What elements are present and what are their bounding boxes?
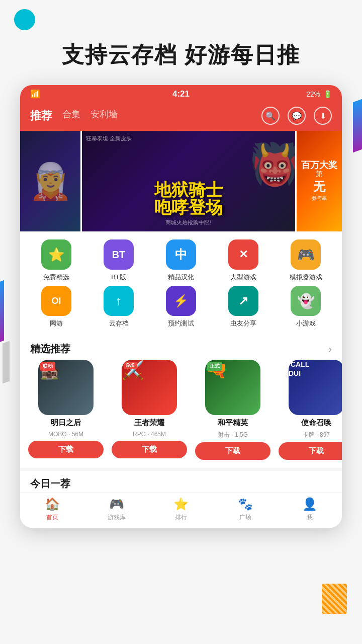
game-name-1: 明日之后	[51, 418, 81, 428]
banner-center-top-text: 狂暴泰坦 全新皮肤	[86, 135, 132, 142]
game-badge-3: 正式	[207, 362, 222, 371]
category-emulator-icon: 🎮	[291, 239, 321, 270]
phone-mockup: 📶 4:21 22% 🔋 推荐 合集 安利墙 🔍 💬 ⬇ �	[20, 85, 342, 528]
category-cloud-label: 云存档	[109, 319, 129, 328]
game-list: 🏚️ 联动 明日之后 MOBO · 56M 下载 ⚔️ 5v5 王者荣耀 RPG…	[20, 360, 342, 468]
home-icon: 🏠	[45, 497, 60, 511]
blue-stripe-left-decor	[0, 280, 4, 344]
bottom-nav-plaza[interactable]: 🐾 广场	[225, 497, 265, 522]
banner-left-image: 🧝	[29, 164, 72, 199]
category-section: ⭐ 免费精选 BT BT版 中 精品汉化 ✕ 大型游戏 🎮 模拟器游戏	[20, 231, 342, 336]
category-free-label: 免费精选	[43, 273, 69, 282]
wifi-icon: 📶	[30, 89, 40, 99]
game-badge-2: 5v5	[124, 362, 137, 369]
category-cloud-icon: ↑	[104, 286, 134, 316]
rank-icon: ⭐	[173, 497, 189, 511]
game-item-4: CALLDUI 使命召唤 卡牌 · 897 下载	[279, 360, 342, 460]
battery-icon: 🔋	[323, 90, 332, 98]
game-meta-3: 射击 · 1.5G	[218, 431, 248, 439]
game-name-3: 和平精英	[218, 418, 248, 428]
category-chinese-icon: 中	[166, 239, 196, 270]
status-time: 4:21	[172, 89, 190, 99]
game-badge-1: 联动	[40, 362, 55, 371]
download-icon: ⬇	[320, 111, 326, 121]
search-icon: 🔍	[265, 111, 276, 121]
main-content: ⭐ 免费精选 BT BT版 中 精品汉化 ✕ 大型游戏 🎮 模拟器游戏	[20, 231, 342, 493]
bottom-nav-rank[interactable]: ⭐ 排行	[161, 497, 201, 522]
category-large[interactable]: ✕ 大型游戏	[218, 239, 268, 282]
category-test[interactable]: ⚡ 预约测试	[156, 286, 206, 328]
category-bt-label: BT版	[111, 273, 126, 282]
category-online[interactable]: Ol 网游	[31, 286, 81, 328]
game-name-2: 王者荣耀	[134, 418, 164, 428]
gray-stripe-left-decor	[3, 341, 10, 383]
nav-tab-recommend[interactable]: 推荐	[30, 108, 52, 123]
hero-text: 支持云存档 好游每日推	[0, 0, 362, 85]
category-emulator-label: 模拟器游戏	[290, 273, 322, 282]
category-test-label: 预约测试	[168, 319, 194, 328]
category-share[interactable]: ↗ 虫友分享	[218, 286, 268, 328]
download-button[interactable]: ⬇	[314, 107, 332, 125]
category-cloud[interactable]: ↑ 云存档	[94, 286, 144, 328]
game-meta-1: MOBO · 56M	[48, 431, 83, 438]
category-large-icon: ✕	[228, 239, 258, 270]
category-emulator[interactable]: 🎮 模拟器游戏	[281, 239, 331, 282]
game-icon-1: 🏚️ 联动	[38, 360, 94, 415]
category-bt[interactable]: BT BT版	[94, 239, 144, 282]
blue-circle-decor	[14, 9, 35, 30]
library-icon: 🎮	[109, 497, 124, 511]
game-char-4: CALLDUI	[289, 360, 309, 379]
category-share-icon: ↗	[228, 286, 258, 316]
rank-label: 排行	[175, 513, 187, 522]
status-left: 📶	[30, 89, 40, 99]
game-name-4: 使命召唤	[301, 418, 331, 428]
featured-more[interactable]: ›	[328, 343, 332, 355]
category-online-icon: Ol	[41, 286, 71, 316]
game-item-2: ⚔️ 5v5 王者荣耀 RPG · 465M 下载	[112, 360, 187, 460]
message-button[interactable]: 💬	[288, 107, 306, 125]
game-meta-2: RPG · 465M	[133, 431, 166, 438]
category-chinese[interactable]: 中 精品汉化	[156, 239, 206, 282]
plaza-icon: 🐾	[238, 497, 253, 511]
game-meta-4: 卡牌 · 897	[303, 431, 330, 439]
category-free[interactable]: ⭐ 免费精选	[31, 239, 81, 282]
download-btn-1[interactable]: 下载	[28, 441, 104, 458]
banner-monster: 👹	[250, 141, 295, 188]
game-item-1: 🏚️ 联动 明日之后 MOBO · 56M 下载	[28, 360, 104, 460]
download-btn-2[interactable]: 下载	[112, 441, 187, 458]
nav-icons: 🔍 💬 ⬇	[261, 107, 332, 125]
game-icon-3: 🔫 正式	[205, 360, 260, 415]
nav-tab-collection[interactable]: 合集	[62, 108, 80, 123]
search-button[interactable]: 🔍	[261, 107, 280, 125]
me-label: 我	[307, 513, 313, 522]
partial-title: 今日一荐	[30, 478, 70, 489]
category-free-icon: ⭐	[41, 239, 71, 270]
nav-tab-recommend-wall[interactable]: 安利墙	[90, 108, 118, 123]
bottom-right-decor	[322, 584, 347, 614]
category-share-label: 虫友分享	[230, 319, 256, 328]
category-online-label: 网游	[50, 319, 63, 328]
home-label: 首页	[46, 513, 58, 522]
status-bar: 📶 4:21 22% 🔋	[20, 85, 342, 103]
bottom-nav-home[interactable]: 🏠 首页	[32, 497, 72, 522]
blue-stripe-right-decor	[353, 99, 362, 153]
partial-section: 今日一荐	[20, 468, 342, 493]
category-mini[interactable]: 👻 小游戏	[281, 286, 331, 328]
library-label: 游戏库	[108, 513, 126, 522]
category-mini-icon: 👻	[291, 286, 321, 316]
bottom-nav-library[interactable]: 🎮 游戏库	[97, 497, 137, 522]
banner-area: 🧝 狂暴泰坦 全新皮肤 地狱骑士咆哮登场 商城火热抢购中限! 👹 百万大奖 第 …	[20, 131, 342, 231]
game-icon-4: CALLDUI	[289, 360, 342, 415]
category-chinese-label: 精品汉化	[168, 273, 194, 282]
banner-center[interactable]: 狂暴泰坦 全新皮肤 地狱骑士咆哮登场 商城火热抢购中限! 👹	[82, 131, 295, 231]
download-btn-3[interactable]: 下载	[195, 442, 270, 460]
game-item-3: 🔫 正式 和平精英 射击 · 1.5G 下载	[195, 360, 270, 460]
bottom-nav-me[interactable]: 👤 我	[290, 497, 330, 522]
category-bt-icon: BT	[104, 239, 134, 270]
plaza-label: 广场	[239, 513, 251, 522]
banner-right[interactable]: 百万大奖 第 无 参与赢	[297, 131, 342, 231]
banner-right-content: 百万大奖 第 无 参与赢	[298, 157, 340, 205]
category-large-label: 大型游戏	[230, 273, 256, 282]
download-btn-4[interactable]: 下载	[279, 442, 342, 460]
banner-left[interactable]: 🧝	[20, 131, 80, 231]
